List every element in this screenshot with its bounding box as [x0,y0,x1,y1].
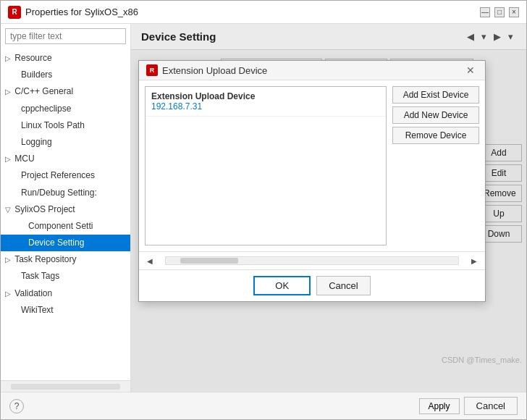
sidebar-item-resource[interactable]: ▷ Resource [1,50,130,67]
add-exist-device-button[interactable]: Add Exist Device [392,86,479,104]
scroll-right-arrow[interactable]: ▶ [469,257,479,265]
dialog-ok-button[interactable]: OK [253,276,311,295]
dialog-ok-cancel: OK Cancel [139,269,485,301]
sidebar-item-linuxtools[interactable]: Linux Tools Path [1,117,130,134]
device-list[interactable]: Extension Upload Device 192.168.7.31 [145,86,387,245]
title-bar-left: R Properties for SylixOS_x86 [8,6,138,19]
sidebar-tree: ▷ Resource Builders ▷ C/C++ General cppc… [1,49,130,380]
dialog-action-buttons: Add Exist Device Add New Device Remove D… [392,86,479,245]
dialog-title-area: R Extension Upload Device [146,64,267,76]
sidebar-item-rundebug[interactable]: Run/Debug Setting: [1,185,130,201]
help-button[interactable]: ? [9,399,24,413]
watermark: CSDN @Times_make. [437,354,526,366]
sidebar-item-cpp[interactable]: ▷ C/C++ General [1,83,130,100]
device-entry-name: Extension Upload Device [151,91,380,101]
sidebar: ▷ Resource Builders ▷ C/C++ General cppc… [1,24,131,392]
title-controls: — □ × [480,7,519,17]
sidebar-item-taskrepo[interactable]: ▷ Task Repository [1,251,130,268]
ext-upload-dialog: R Extension Upload Device ✕ Extension Up… [138,60,486,302]
sidebar-item-projrefs[interactable]: Project References [1,167,130,184]
bottom-left: ? [9,399,24,413]
minimize-button[interactable]: — [480,7,490,17]
close-button[interactable]: × [509,7,519,17]
dialog-cancel-button[interactable]: Cancel [316,276,370,295]
sidebar-item-logging[interactable]: Logging [1,134,130,151]
window-title: Properties for SylixOS_x86 [25,7,138,17]
filter-input[interactable] [5,28,126,44]
dialog-title-text: Extension Upload Device [162,65,267,76]
sidebar-item-mcu[interactable]: ▷ MCU [1,151,130,167]
dialog-close-button[interactable]: ✕ [463,64,478,76]
sidebar-item-validation[interactable]: ▷ Validation [1,285,130,302]
dialog-scrollbar-area: ◀ ▶ [139,251,485,269]
main-panel: Device Setting ◀ ▾ ▶ ▾ Device Name: 192.… [131,24,526,392]
device-list-item[interactable]: Extension Upload Device 192.168.7.31 [146,87,386,117]
modal-overlay: R Extension Upload Device ✕ Extension Up… [131,24,526,392]
bottom-bar: ? Apply Cancel [1,392,526,419]
sidebar-item-compset[interactable]: Component Setti [1,218,130,235]
title-bar: R Properties for SylixOS_x86 — □ × [1,1,526,24]
maximize-button[interactable]: □ [494,7,505,17]
device-entry-ip: 192.168.7.31 [151,101,380,112]
sidebar-item-sylixos[interactable]: ▽ SylixOS Project [1,201,130,218]
apply-button[interactable]: Apply [419,398,460,414]
cancel-button[interactable]: Cancel [464,397,518,415]
add-new-device-button[interactable]: Add New Device [392,106,479,124]
content-area: ▷ Resource Builders ▷ C/C++ General cppc… [1,24,526,392]
remove-device-button[interactable]: Remove Device [392,127,479,144]
app-icon: R [8,6,21,19]
sidebar-item-builders[interactable]: Builders [1,67,130,83]
scroll-left-arrow[interactable]: ◀ [145,257,155,265]
horizontal-scrollbar[interactable] [165,256,459,265]
sidebar-item-cppche[interactable]: cppcheclipse [1,101,130,117]
sidebar-item-wikitext[interactable]: WikiText [1,302,130,319]
sidebar-item-devset[interactable]: Device Setting [1,235,130,251]
dialog-body: Extension Upload Device 192.168.7.31 Add… [139,80,485,251]
dialog-header: R Extension Upload Device ✕ [139,61,485,80]
dialog-icon: R [146,64,158,76]
sidebar-item-tasktags[interactable]: Task Tags [1,268,130,285]
main-window: R Properties for SylixOS_x86 — □ × ▷ Res… [0,0,527,420]
sidebar-scrollbar[interactable] [1,380,130,392]
scroll-thumb [180,258,238,264]
sidebar-scroll-track [11,384,120,390]
